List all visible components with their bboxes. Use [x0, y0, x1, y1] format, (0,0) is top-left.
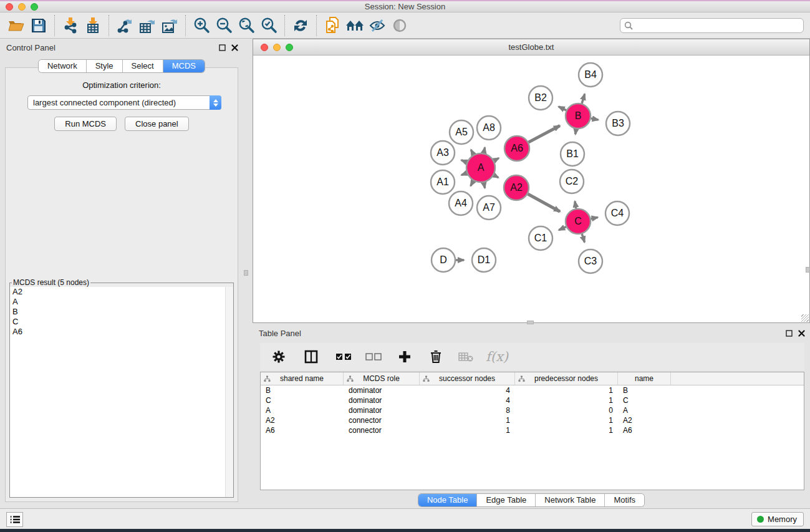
add-column-button[interactable]	[393, 346, 416, 368]
tab-style[interactable]: Style	[87, 60, 123, 72]
scrollbar[interactable]	[225, 287, 233, 497]
table-cell[interactable]: dominator	[344, 386, 420, 395]
splitter-handle[interactable]	[806, 267, 810, 273]
table-cell[interactable]: A6	[618, 426, 671, 435]
save-session-button[interactable]	[27, 14, 50, 37]
table-cell[interactable]: A2	[261, 416, 344, 425]
graph-edge[interactable]	[575, 201, 576, 209]
optimization-criterion-select[interactable]: largest connected component (directed)	[27, 95, 221, 110]
table-cell[interactable]: 4	[420, 386, 515, 395]
column-header[interactable]: name	[618, 372, 671, 385]
table-cell[interactable]: connector	[344, 416, 420, 425]
table-cell[interactable]: B	[261, 386, 344, 395]
graph-edge[interactable]	[559, 227, 566, 230]
splitter-handle[interactable]	[244, 270, 248, 276]
table-cell[interactable]: dominator	[344, 406, 420, 415]
table-cell[interactable]: C	[261, 396, 344, 405]
float-panel-icon[interactable]	[219, 44, 226, 51]
column-header[interactable]: shared name	[261, 372, 344, 385]
select-all-button[interactable]	[332, 346, 355, 368]
table-cell[interactable]: 1	[515, 416, 618, 425]
table-row[interactable]: Adominator80A	[261, 405, 804, 415]
export-image-button[interactable]	[158, 14, 181, 37]
mcds-result-item[interactable]: B	[10, 307, 233, 317]
table-cell[interactable]: dominator	[344, 396, 420, 405]
table-row[interactable]: Cdominator41C	[261, 395, 804, 405]
task-history-button[interactable]	[6, 512, 23, 527]
graph-edge[interactable]	[559, 107, 566, 110]
tab-mcds[interactable]: MCDS	[163, 60, 205, 72]
import-table-button[interactable]	[82, 14, 104, 37]
search-field[interactable]	[620, 18, 804, 33]
network-canvas[interactable]: B4B2BB3A8A5A6A3B1AA1C2A2A4A7C4CC1C3DD1	[253, 56, 809, 322]
import-network-button[interactable]	[59, 14, 82, 37]
first-neighbors-button[interactable]	[344, 14, 366, 37]
table-cell[interactable]: A	[618, 406, 671, 415]
show-graphics-details-button[interactable]	[388, 14, 411, 37]
run-mcds-button[interactable]: Run MCDS	[54, 117, 117, 131]
table-cell[interactable]: 4	[420, 396, 515, 405]
graph-edge[interactable]	[582, 234, 584, 242]
zoom-selected-button[interactable]	[258, 14, 280, 37]
close-panel-icon[interactable]	[231, 44, 238, 51]
column-header[interactable]: successor nodes	[420, 372, 515, 385]
apply-layout-button[interactable]	[289, 14, 312, 37]
graph-edge[interactable]	[484, 183, 485, 188]
mcds-result-list[interactable]: A2ABCA6	[10, 287, 233, 497]
table-cell[interactable]: 8	[420, 406, 515, 415]
table-row[interactable]: Bdominator41B	[261, 385, 804, 395]
column-header[interactable]: predecessor nodes	[515, 372, 618, 385]
export-network-button[interactable]	[113, 14, 136, 37]
zoom-fit-button[interactable]	[235, 14, 258, 37]
graph-edge[interactable]	[591, 217, 598, 218]
graph-edge[interactable]	[528, 194, 560, 211]
table-cell[interactable]: connector	[344, 426, 420, 435]
mcds-result-item[interactable]: C	[10, 317, 233, 327]
float-panel-icon[interactable]	[786, 330, 793, 337]
tab-select[interactable]: Select	[123, 60, 163, 72]
tab-edge-table[interactable]: Edge Table	[477, 494, 536, 506]
delete-table-button[interactable]	[455, 346, 477, 368]
table-settings-button[interactable]	[268, 346, 290, 368]
column-view-button[interactable]	[300, 346, 322, 368]
graph-edge[interactable]	[591, 118, 599, 120]
resize-grip[interactable]	[801, 314, 809, 322]
table-cell[interactable]: 1	[420, 416, 515, 425]
zoom-in-button[interactable]	[190, 14, 213, 37]
open-session-button[interactable]	[5, 14, 27, 37]
network-window-titlebar[interactable]: testGlobe.txt	[253, 39, 809, 56]
table-cell[interactable]: 1	[515, 396, 618, 405]
delete-column-button[interactable]	[425, 346, 447, 368]
mcds-result-item[interactable]: A	[10, 297, 233, 307]
graph-edge[interactable]	[494, 158, 499, 161]
close-panel-icon[interactable]	[798, 330, 805, 337]
mcds-result-item[interactable]: A2	[10, 287, 233, 297]
graph-edge[interactable]	[461, 160, 467, 162]
graph-edge[interactable]	[461, 173, 467, 175]
graph-edge[interactable]	[529, 125, 560, 142]
table-cell[interactable]: A6	[261, 426, 344, 435]
table-cell[interactable]: C	[618, 396, 671, 405]
table-cell[interactable]: 1	[515, 386, 618, 395]
graph-edge[interactable]	[484, 147, 485, 153]
mcds-result-item[interactable]: A6	[10, 327, 233, 337]
graph-edge[interactable]	[576, 129, 576, 135]
column-header[interactable]: MCDS role	[344, 372, 420, 385]
table-cell[interactable]: A2	[618, 416, 671, 425]
tab-node-table[interactable]: Node Table	[418, 494, 478, 506]
memory-button[interactable]: Memory	[751, 512, 804, 526]
graph-edge[interactable]	[494, 175, 498, 178]
new-network-from-selection-button[interactable]	[321, 14, 344, 37]
table-cell[interactable]: 1	[515, 426, 618, 435]
export-table-button[interactable]	[136, 14, 158, 37]
graph-edge[interactable]	[471, 181, 474, 186]
table-row[interactable]: A2connector11A2	[261, 415, 804, 425]
close-panel-button[interactable]: Close panel	[125, 117, 189, 131]
function-builder-button[interactable]: f(x)	[486, 346, 508, 368]
table-cell[interactable]: A	[261, 406, 344, 415]
table-cell[interactable]: B	[618, 386, 671, 395]
table-cell[interactable]: 1	[420, 426, 515, 435]
tab-network-table[interactable]: Network Table	[536, 494, 605, 506]
tab-motifs[interactable]: Motifs	[605, 494, 644, 506]
hide-graphics-details-button[interactable]	[366, 14, 388, 37]
